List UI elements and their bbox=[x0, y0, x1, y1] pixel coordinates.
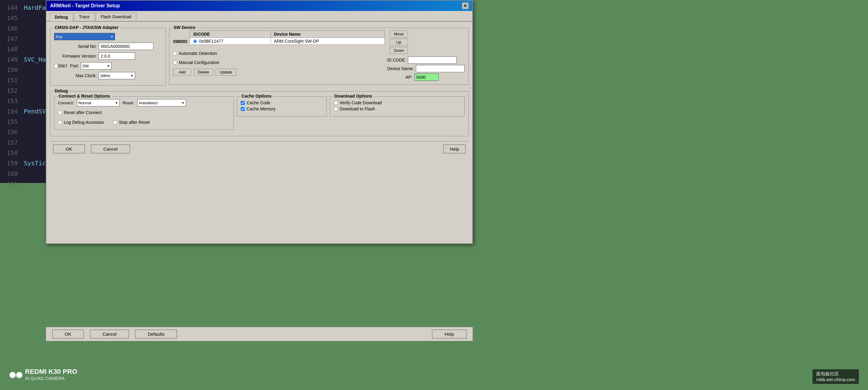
auto-detect-radio[interactable] bbox=[173, 52, 177, 56]
move-button[interactable]: Move bbox=[390, 31, 408, 37]
cache-memory-checkbox[interactable] bbox=[241, 107, 245, 111]
checkbox-group: Log Debug Accesses Stop after Reset bbox=[58, 119, 230, 126]
help-button[interactable]: Help bbox=[443, 144, 466, 153]
max-clock-label: Max Clock: bbox=[54, 73, 97, 78]
sw-device-group: SW Device SWDIO IDCODE Devic bbox=[169, 28, 469, 85]
watermark: 面包板社区 mbb.eet-china.com bbox=[812, 369, 859, 384]
outer-help-button[interactable]: Help bbox=[432, 330, 466, 338]
outer-footer: OK Cancel Defaults Help bbox=[46, 327, 473, 341]
sw-device-panel: SW Device SWDIO IDCODE Devic bbox=[169, 25, 469, 88]
auto-detect-row: Automatic Detection bbox=[173, 51, 219, 56]
tab-debug[interactable]: Debug bbox=[50, 13, 73, 21]
cache-memory-row: Cache Memory bbox=[241, 106, 323, 111]
ap-row: AP: bbox=[387, 73, 465, 81]
action-buttons: Add Delete Update bbox=[173, 69, 385, 76]
download-flash-checkbox[interactable] bbox=[334, 107, 338, 111]
idcode-cell: 0x0BF11477 bbox=[190, 38, 271, 45]
up-button[interactable]: Up bbox=[390, 39, 408, 46]
connect-reset-top: Connect: Normal ▼ Reset: Autodetect ▼ bbox=[58, 99, 230, 106]
adapter-dropdown[interactable]: Any ▼ bbox=[54, 33, 115, 40]
connect-reset-group: Connect & Reset Options Connect: Normal … bbox=[54, 96, 234, 130]
swdio-label: SWDIO bbox=[173, 39, 187, 44]
detection-row: Automatic Detection Manual Configuration bbox=[173, 50, 385, 66]
download-flash-row: Download to Flash bbox=[334, 106, 461, 111]
device-radio[interactable] bbox=[193, 39, 197, 43]
swj-port-row: SWJ Port: SW ▼ bbox=[54, 62, 162, 69]
cache-code-checkbox[interactable] bbox=[241, 101, 245, 105]
auto-detect-label: Automatic Detection bbox=[179, 51, 217, 56]
connect-reset-label: Connect & Reset Options bbox=[57, 94, 111, 98]
stop-after-reset-label: Stop after Reset bbox=[119, 120, 150, 125]
sw-device-content: SWDIO IDCODE Device Name bbox=[173, 31, 465, 81]
cache-options-box: Cache Options Cache Code Cache Memory bbox=[237, 94, 327, 132]
max-clock-dropdown[interactable]: 1MHz ▼ bbox=[98, 72, 135, 79]
serial-no-label: Serial No: bbox=[54, 44, 97, 49]
dialog-content: CMSIS-DAP - JTAG/SW Adapter Any ▼ Serial… bbox=[46, 22, 472, 160]
ok-button[interactable]: OK bbox=[53, 144, 85, 153]
cmsis-dap-panel: CMSIS-DAP - JTAG/SW Adapter Any ▼ Serial… bbox=[50, 25, 166, 88]
update-button[interactable]: Update bbox=[216, 69, 237, 76]
ap-input[interactable] bbox=[414, 73, 439, 81]
download-flash-label: Download to Flash bbox=[340, 106, 375, 111]
sw-table-container: SWDIO IDCODE Device Name bbox=[173, 31, 385, 47]
swj-checkbox[interactable] bbox=[54, 64, 58, 68]
port-dropdown[interactable]: SW ▼ bbox=[81, 62, 111, 69]
manual-config-radio[interactable] bbox=[173, 61, 177, 65]
log-debug-row: Log Debug Accesses bbox=[58, 120, 104, 125]
download-options-box: Download Options Verify Code Download Do… bbox=[330, 94, 465, 132]
port-arrow: ▼ bbox=[107, 64, 110, 68]
manual-config-label: Manual Configuration bbox=[179, 60, 219, 65]
adapter-dropdown-arrow: ▼ bbox=[111, 35, 114, 38]
id-code-label: ID CODE: bbox=[387, 58, 406, 63]
phone-brand: ⬤⬤ REDMI K30 PRO AI QUAD CAMERA bbox=[9, 368, 77, 381]
reset-dropdown[interactable]: Autodetect ▼ bbox=[137, 99, 186, 106]
firmware-input[interactable] bbox=[98, 53, 135, 60]
download-options-label: Download Options bbox=[333, 94, 373, 98]
watermark-line2: mbb.eet-china.com bbox=[816, 377, 855, 382]
device-name-cell: ARM CoreSight SW-DP bbox=[271, 38, 384, 45]
verify-code-checkbox[interactable] bbox=[334, 101, 338, 105]
main-dialog: ARM/keil - Target Driver Setup ✕ Debug T… bbox=[46, 0, 473, 244]
stop-after-reset-checkbox[interactable] bbox=[113, 121, 117, 124]
debug-group-label: Debug bbox=[53, 89, 69, 93]
connect-reset-box: Connect & Reset Options Connect: Normal … bbox=[54, 94, 234, 132]
cache-code-label: Cache Code bbox=[247, 100, 270, 105]
firmware-label: Firmware Version: bbox=[54, 54, 97, 59]
serial-no-input[interactable] bbox=[98, 43, 153, 50]
verify-code-label: Verify Code Download bbox=[340, 100, 382, 105]
close-button[interactable]: ✕ bbox=[462, 2, 469, 9]
delete-button[interactable]: Delete bbox=[194, 69, 213, 76]
cancel-button[interactable]: Cancel bbox=[91, 144, 130, 153]
outer-defaults-button[interactable]: Defaults bbox=[135, 330, 177, 338]
title-bar: ARM/keil - Target Driver Setup ✕ bbox=[46, 1, 472, 11]
debug-inner: Connect & Reset Options Connect: Normal … bbox=[54, 94, 465, 132]
dialog-title: ARM/keil - Target Driver Setup bbox=[50, 3, 120, 8]
device-name-header: Device Name bbox=[271, 31, 384, 38]
add-button[interactable]: Add bbox=[173, 69, 191, 76]
max-clock-arrow: ▼ bbox=[131, 74, 134, 77]
adapter-row: Any ▼ bbox=[54, 33, 162, 40]
id-code-input[interactable] bbox=[408, 56, 457, 64]
device-name-label: Device Name: bbox=[387, 66, 414, 71]
phone-model: REDMI K30 PRO bbox=[25, 368, 77, 376]
cache-options-group: Cache Options Cache Code Cache Memory bbox=[237, 96, 327, 117]
reset-after-connect-checkbox[interactable] bbox=[58, 111, 62, 115]
table-row[interactable]: 0x0BF11477 ARM CoreSight SW-DP bbox=[190, 38, 385, 45]
outer-cancel-button[interactable]: Cancel bbox=[90, 330, 129, 338]
log-debug-checkbox[interactable] bbox=[58, 121, 62, 124]
cache-options-label: Cache Options bbox=[240, 94, 273, 98]
verify-code-row: Verify Code Download bbox=[334, 100, 461, 105]
phone-text: REDMI K30 PRO AI QUAD CAMERA bbox=[25, 368, 77, 381]
cache-memory-label: Cache Memory bbox=[247, 106, 276, 111]
device-name-input[interactable] bbox=[416, 65, 465, 72]
sw-device-left: SWDIO IDCODE Device Name bbox=[173, 31, 385, 81]
reset-after-connect-row: Reset after Connect bbox=[58, 110, 230, 115]
outer-ok-button[interactable]: OK bbox=[52, 330, 84, 338]
dialog-footer: OK Cancel Help bbox=[50, 141, 469, 156]
connect-label: Connect: bbox=[58, 101, 74, 105]
tab-trace[interactable]: Trace bbox=[74, 13, 95, 21]
sw-device-table: IDCODE Device Name bbox=[190, 31, 385, 45]
down-button[interactable]: Down bbox=[390, 47, 408, 54]
connect-dropdown[interactable]: Normal ▼ bbox=[77, 99, 120, 106]
tab-flash-download[interactable]: Flash Download bbox=[95, 13, 136, 21]
